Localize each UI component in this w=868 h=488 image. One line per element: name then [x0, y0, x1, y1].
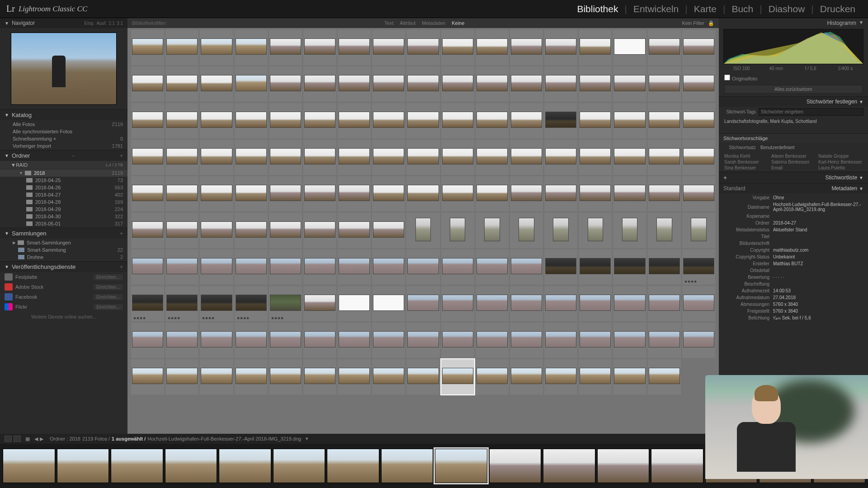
- grid-cell[interactable]: [406, 286, 439, 321]
- grid-cell[interactable]: [441, 213, 474, 248]
- grid-cell[interactable]: [613, 213, 646, 248]
- grid-cell[interactable]: [338, 140, 371, 175]
- grid-cell[interactable]: [544, 140, 577, 175]
- grid-cell[interactable]: [303, 30, 336, 65]
- filmstrip-thumb[interactable]: [327, 449, 379, 483]
- metadata-row[interactable]: MetadatenstatusAktuellster Stand: [719, 226, 868, 233]
- grid-cell[interactable]: [579, 30, 612, 65]
- setup-button[interactable]: Einrichten...: [94, 294, 123, 300]
- publish-service[interactable]: FlickrEinrichten...: [0, 302, 127, 312]
- grid-cell[interactable]: [165, 176, 198, 211]
- grid-cell[interactable]: [544, 359, 577, 394]
- reset-all-button[interactable]: Alles zurücksetzen: [724, 85, 863, 94]
- main-window-icon[interactable]: [5, 436, 12, 442]
- filter-tab-none[interactable]: Keine: [452, 20, 464, 26]
- grid-cell[interactable]: [406, 103, 439, 138]
- grid-cell[interactable]: [648, 249, 681, 285]
- grid-cell[interactable]: [269, 359, 302, 394]
- nav-back-icon[interactable]: ◀: [34, 436, 38, 442]
- grid-cell[interactable]: [648, 103, 681, 138]
- nav-mode-fill[interactable]: Ausf.: [96, 21, 107, 26]
- grid-cell[interactable]: [269, 103, 302, 138]
- histogram-header[interactable]: Histogramm▼: [719, 18, 868, 28]
- grid-cell[interactable]: [200, 359, 233, 394]
- folders-header[interactable]: ▼ Ordner − +: [0, 150, 127, 161]
- catalog-synced[interactable]: Alle synchronisierten Fotos: [0, 128, 127, 135]
- grid-cell[interactable]: [648, 359, 681, 394]
- grid-cell[interactable]: [441, 323, 474, 358]
- grid-cell[interactable]: [579, 286, 612, 321]
- grid-cell[interactable]: [269, 30, 302, 65]
- metadata-row[interactable]: Copyrightmatthiasbutz.com: [719, 247, 868, 253]
- grid-cell[interactable]: [131, 213, 164, 248]
- grid-cell[interactable]: [544, 176, 577, 211]
- grid-cell[interactable]: ★★★★: [235, 286, 268, 321]
- keyword-suggestion[interactable]: Sabrina Benkesser: [771, 160, 816, 164]
- grid-cell[interactable]: [338, 66, 371, 102]
- grid-cell[interactable]: [613, 323, 646, 358]
- grid-cell[interactable]: [406, 30, 439, 65]
- grid-cell[interactable]: [682, 176, 715, 211]
- grid-cell[interactable]: [441, 140, 474, 175]
- grid-cell[interactable]: [476, 140, 509, 175]
- folder-year[interactable]: ▼20182119: [0, 169, 127, 177]
- folders-plus[interactable]: +: [120, 153, 123, 159]
- grid-cell[interactable]: [579, 66, 612, 102]
- grid-cell[interactable]: [613, 103, 646, 138]
- grid-cell[interactable]: [200, 213, 233, 248]
- grid-cell[interactable]: [544, 103, 577, 138]
- grid-cell[interactable]: ★★★★: [200, 286, 233, 321]
- find-online[interactable]: Weitere Dienste online suchen...: [0, 312, 127, 322]
- keyword-suggestion[interactable]: Sarah Benkesser: [724, 160, 769, 164]
- grid-cell[interactable]: [372, 323, 405, 358]
- grid-cell[interactable]: [165, 30, 198, 65]
- grid-cell[interactable]: [372, 140, 405, 175]
- grid-cell[interactable]: [510, 66, 543, 102]
- grid-cell[interactable]: [235, 323, 268, 358]
- grid-cell[interactable]: [303, 140, 336, 175]
- grid-cell[interactable]: [648, 323, 681, 358]
- grid-cell[interactable]: [682, 286, 715, 321]
- grid-cell[interactable]: [648, 66, 681, 102]
- grid-cell[interactable]: [510, 213, 543, 248]
- grid-cell[interactable]: [544, 249, 577, 285]
- grid-cell[interactable]: [579, 213, 612, 248]
- grid-cell[interactable]: [579, 140, 612, 175]
- metadata-row[interactable]: Beschriftung: [719, 281, 868, 287]
- grid-cell[interactable]: [303, 66, 336, 102]
- grid-cell[interactable]: [476, 286, 509, 321]
- metadata-row[interactable]: Titel: [719, 233, 868, 240]
- grid-cell[interactable]: [338, 103, 371, 138]
- grid-cell[interactable]: [476, 30, 509, 65]
- metadata-header[interactable]: StandardMetadaten▼: [719, 183, 868, 193]
- grid-cell[interactable]: [372, 176, 405, 211]
- folder-date[interactable]: 2018-04-27402: [0, 191, 127, 198]
- grid-cell[interactable]: [613, 176, 646, 211]
- grid-cell[interactable]: [476, 176, 509, 211]
- grid-cell[interactable]: [441, 103, 474, 138]
- grid-cell[interactable]: [682, 66, 715, 102]
- grid-cell[interactable]: [269, 249, 302, 285]
- keyword-suggestion[interactable]: Laura Puletto: [818, 165, 863, 170]
- grid-cell[interactable]: [200, 30, 233, 65]
- grid-cell[interactable]: [441, 249, 474, 285]
- metadata-row[interactable]: Aufnahmezeit14:00:53: [719, 287, 868, 294]
- grid-cell[interactable]: [131, 249, 164, 285]
- grid-cell[interactable]: [131, 359, 164, 394]
- grid-cell[interactable]: [476, 323, 509, 358]
- grid-cell[interactable]: [372, 286, 405, 321]
- module-print[interactable]: Drucken: [814, 4, 862, 14]
- filmstrip-thumb[interactable]: [165, 449, 217, 483]
- grid-cell[interactable]: [510, 359, 543, 394]
- grid-cell[interactable]: [165, 140, 198, 175]
- grid-cell[interactable]: [544, 66, 577, 102]
- metadata-row[interactable]: ErstellerMatthias BUTZ: [719, 260, 868, 267]
- grid-cell[interactable]: [476, 103, 509, 138]
- filter-tab-attr[interactable]: Attribut: [400, 20, 415, 26]
- publish-service[interactable]: FestplatteEinrichten...: [0, 272, 127, 282]
- grid-cell[interactable]: [338, 30, 371, 65]
- keyword-suggestion[interactable]: Monika Kiehl: [724, 154, 769, 159]
- grid-cell[interactable]: [303, 176, 336, 211]
- metadata-row[interactable]: Ordner2018-04-27: [719, 220, 868, 226]
- grid-cell[interactable]: [372, 359, 405, 394]
